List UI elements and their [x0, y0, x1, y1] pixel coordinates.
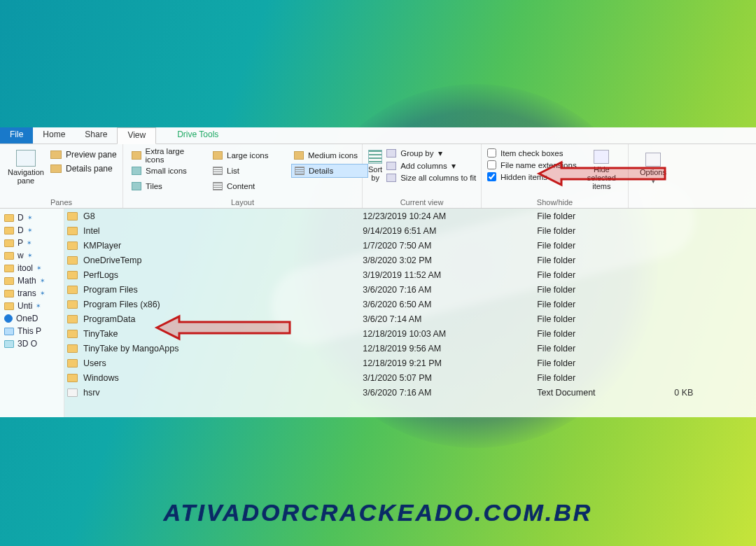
details-pane-button[interactable]: Details pane [50, 164, 117, 174]
table-row[interactable]: TinyTake by MangoApps12/18/2019 9:56 AMF… [64, 341, 756, 356]
sidebar-item[interactable]: w ✶ [1, 249, 62, 262]
file-size [671, 238, 756, 253]
sidebar-item[interactable]: D ✶ [1, 224, 62, 237]
tiles-icon [132, 182, 141, 190]
file-name: Windows [83, 373, 119, 383]
file-type: File folder [534, 370, 671, 385]
sidebar-item[interactable]: OneD [1, 312, 62, 325]
file-size [671, 370, 756, 385]
navigation-pane-icon [16, 150, 36, 167]
file-name: G8 [83, 211, 95, 221]
pc-icon [4, 328, 14, 335]
file-date: 3/8/2020 3:02 PM [360, 253, 534, 267]
group-layout: Extra large icons Large icons Medium ico… [123, 144, 363, 208]
file-name-extensions-label: File name extensions [500, 161, 577, 169]
table-row[interactable]: Intel9/14/2019 6:51 AMFile folder [64, 223, 756, 238]
tab-file[interactable]: File [0, 127, 33, 144]
table-row[interactable]: Windows3/1/2020 5:07 PMFile folder [64, 370, 756, 385]
file-list-pane[interactable]: G812/23/2019 10:24 AMFile folderIntel9/1… [64, 209, 756, 417]
file-type: File folder [534, 282, 671, 297]
folder-icon [4, 290, 14, 298]
file-date: 3/6/2020 7:16 AM [360, 282, 534, 297]
add-columns-icon [386, 162, 396, 170]
layout-large[interactable]: Large icons [210, 148, 287, 162]
layout-content[interactable]: Content [210, 179, 287, 193]
hidden-items-toggle[interactable]: Hidden items [487, 172, 577, 181]
preview-pane-label: Preview pane [66, 150, 117, 160]
file-date: 3/6/2020 6:50 AM [360, 297, 534, 312]
sidebar-item-label: This P [18, 326, 41, 336]
sidebar-item[interactable]: 3D O [1, 337, 62, 350]
group-layout-title: Layout [129, 197, 356, 206]
sidebar-item[interactable]: itool ✶ [1, 262, 62, 274]
tab-view[interactable]: View [117, 127, 156, 144]
folder-icon [67, 300, 78, 309]
sidebar-item[interactable]: P ✶ [1, 237, 62, 249]
folder-icon [67, 374, 78, 382]
options-button[interactable]: Options ▾ [634, 150, 672, 185]
folder-icon [67, 330, 78, 338]
table-row[interactable]: Program Files3/6/2020 7:16 AMFile folder [64, 282, 756, 297]
sidebar-item[interactable]: Unti ✶ [1, 300, 62, 312]
size-all-columns-label: Size all columns to fit [400, 174, 476, 182]
file-type: File folder [534, 297, 671, 312]
table-row[interactable]: TinyTake12/18/2019 10:03 AMFile folder [64, 326, 756, 341]
hide-selected-items-button[interactable]: Hide selected items [581, 147, 622, 197]
hidden-items-label: Hidden items [500, 173, 547, 181]
checkbox-icon[interactable] [487, 172, 496, 181]
layout-details[interactable]: Details [291, 164, 368, 178]
navigation-sidebar[interactable]: D ✶D ✶P ✶w ✶itool ✶Math ✶trans ✶Unti ✶On… [0, 209, 64, 417]
file-size [671, 341, 756, 356]
folder-icon [4, 265, 14, 272]
size-columns-icon [386, 174, 396, 182]
pin-icon: ✶ [36, 265, 42, 272]
layout-list[interactable]: List [210, 164, 287, 178]
content-area: D ✶D ✶P ✶w ✶itool ✶Math ✶trans ✶Unti ✶On… [0, 209, 756, 417]
folder-icon [67, 212, 78, 220]
file-size [671, 326, 756, 341]
sidebar-item-label: 3D O [18, 339, 37, 349]
item-check-boxes-toggle[interactable]: Item check boxes [487, 148, 577, 158]
ribbon-view: Navigation pane Preview pane Details pan… [0, 144, 756, 209]
table-row[interactable]: KMPlayer1/7/2020 7:50 AMFile folder [64, 238, 756, 253]
table-row[interactable]: OneDriveTemp3/8/2020 3:02 PMFile folder [64, 253, 756, 267]
layout-tiles[interactable]: Tiles [129, 179, 206, 193]
checkbox-icon[interactable] [487, 148, 496, 158]
table-row[interactable]: Program Files (x86)3/6/2020 6:50 AMFile … [64, 297, 756, 312]
sort-by-button[interactable]: Sort by [368, 147, 382, 197]
sidebar-item[interactable]: Math ✶ [1, 274, 62, 287]
folder-icon [4, 302, 14, 310]
sidebar-item[interactable]: D ✶ [1, 211, 62, 224]
navigation-pane-button[interactable]: Navigation pane [6, 147, 46, 197]
layout-extra-large[interactable]: Extra large icons [129, 148, 206, 162]
group-current-view-title: Current view [368, 197, 475, 206]
layout-medium[interactable]: Medium icons [291, 148, 368, 162]
group-by-button[interactable]: Group by▾ [386, 148, 476, 158]
file-date: 12/18/2019 10:03 AM [360, 326, 534, 341]
file-date: 9/14/2019 6:51 AM [360, 223, 534, 238]
size-all-columns-button[interactable]: Size all columns to fit [386, 174, 476, 182]
layout-small[interactable]: Small icons [129, 164, 206, 178]
table-row[interactable]: G812/23/2019 10:24 AMFile folder [64, 209, 756, 223]
table-row[interactable]: hsrv3/6/2020 7:16 AMText Document0 KB [64, 385, 756, 400]
sidebar-item[interactable]: trans ✶ [1, 287, 62, 300]
checkbox-icon[interactable] [487, 160, 496, 169]
table-row[interactable]: PerfLogs3/19/2019 11:52 AMFile folder [64, 267, 756, 282]
preview-pane-button[interactable]: Preview pane [50, 150, 117, 160]
file-name: hsrv [83, 388, 100, 398]
layout-large-label: Large icons [227, 151, 268, 160]
file-type: File folder [534, 312, 671, 326]
tab-share[interactable]: Share [75, 127, 117, 144]
layout-small-label: Small icons [146, 167, 187, 175]
sidebar-item[interactable]: This P [1, 325, 62, 337]
table-row[interactable]: ProgramData3/6/20 7:14 AMFile folder [64, 312, 756, 326]
file-name: PerfLogs [83, 270, 118, 280]
file-name-extensions-toggle[interactable]: File name extensions [487, 160, 577, 169]
tab-drive-tools[interactable]: Drive Tools [167, 127, 228, 144]
tab-home[interactable]: Home [33, 127, 75, 144]
table-row[interactable]: Users12/18/2019 9:21 PMFile folder [64, 356, 756, 370]
add-columns-button[interactable]: Add columns▾ [386, 161, 476, 171]
folder-icon [67, 286, 78, 294]
group-by-icon [386, 149, 396, 158]
options-icon [645, 153, 661, 167]
